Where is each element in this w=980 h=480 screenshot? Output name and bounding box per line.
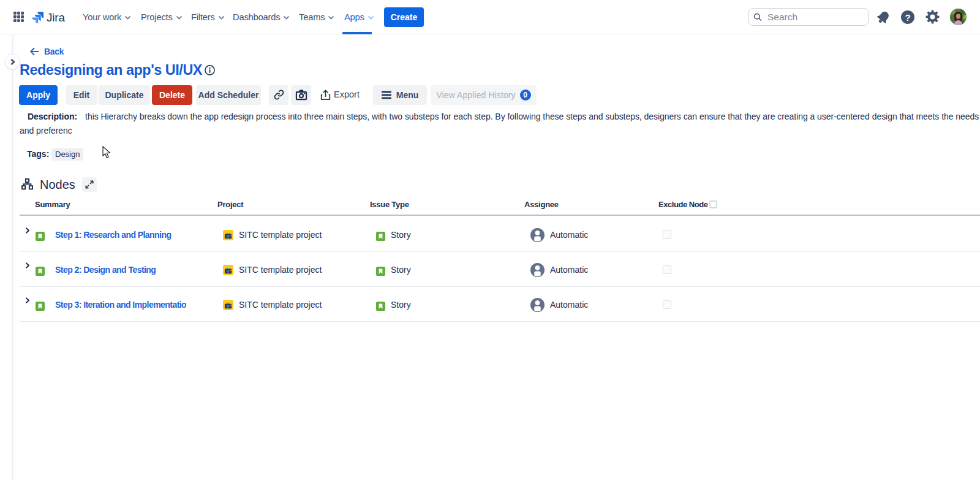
- svg-text:?: ?: [905, 12, 910, 23]
